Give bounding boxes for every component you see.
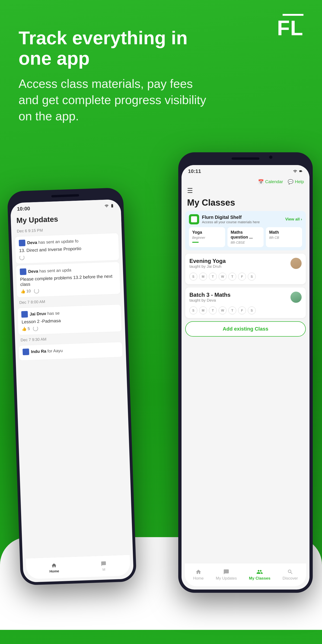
maths-day-w1: W (218, 306, 226, 314)
front-nav-home[interactable]: Home (193, 569, 204, 581)
yoga-avatar-face (290, 258, 302, 269)
maths-card-header: Batch 3 - Maths taught by Deva (190, 292, 302, 306)
shelf-icon (189, 214, 199, 224)
update-item-4: Indu Ra for Aayu (18, 342, 123, 361)
help-button[interactable]: 💬 Help (288, 179, 304, 184)
day-s2: S (248, 272, 256, 280)
hero-title: Track everything in one app (18, 28, 209, 68)
shelf-name: Flurn Digital Shelf (202, 215, 282, 220)
front-nav-updates[interactable]: My Updates (216, 569, 237, 581)
help-label: Help (295, 179, 304, 184)
back-bottom-nav: Home M (26, 554, 130, 579)
maths-avatar-face (290, 292, 302, 303)
classes-icon (256, 569, 263, 575)
day-f1: F (238, 272, 246, 280)
phones-container: 10:00 My Updates Dec 6 9:15 PM Deva has … (18, 143, 304, 630)
front-nav-classes[interactable]: My Classes (249, 569, 270, 581)
front-nav-discover[interactable]: Discover (282, 569, 298, 581)
shelf-header: Flurn Digital Shelf Access all your cour… (189, 214, 302, 224)
discover-nav-label: Discover (282, 576, 298, 581)
course-card-math2[interactable]: Math 8th CB (266, 227, 302, 247)
maths-teacher: taught by Deva (190, 298, 230, 303)
yoga-teacher-avatar (290, 258, 302, 269)
course-card-name-yoga: Yoga (192, 230, 222, 235)
update-content-1: 13. Direct and Inverse Proportio (19, 245, 115, 253)
calendar-button[interactable]: 📅 Calendar (258, 179, 283, 184)
front-phone-camera (269, 156, 272, 159)
maths-day-s2: S (248, 306, 256, 314)
update-content-3: Lesson 2 -Padmasa (22, 316, 118, 324)
course-card-yoga[interactable]: Yoga Beginner (189, 227, 225, 247)
front-status-time: 10:11 (188, 168, 201, 174)
classes-title: My Classes (182, 198, 310, 211)
update-item-1: Deva has sent an update fo 13. Direct an… (14, 233, 120, 264)
calendar-label: Calendar (265, 179, 283, 184)
update-sender-4: Indu Ra for Aayu (31, 348, 63, 354)
calendar-icon: 📅 (258, 179, 264, 184)
course-card-level-math2: 8th CB (269, 236, 299, 240)
update-likes-2: 👍10 (20, 288, 31, 294)
maths-day-t1: T (209, 306, 217, 314)
updates-icon (222, 569, 230, 575)
yoga-card-header: Evening Yoga taught by Jai Druh (190, 258, 302, 272)
logo-bar (282, 14, 304, 16)
phone-back: 10:00 My Updates Dec 6 9:15 PM Deva has … (7, 187, 136, 585)
add-existing-class-button[interactable]: Add existing Class (185, 321, 306, 336)
maths-day-t2: T (228, 306, 236, 314)
front-phone-speaker (232, 158, 260, 160)
update-likes-3: 👍5 (22, 326, 30, 331)
classes-app-header: 📅 Calendar 💬 Help ☰ (182, 176, 310, 198)
day-t2: T (228, 272, 236, 280)
back-phone-screen: 10:00 My Updates Dec 6 9:15 PM Deva has … (10, 199, 134, 582)
update-sender-1: Deva has sent an update fo (27, 238, 78, 245)
update-sender-2: Deva has sent an upda (28, 268, 72, 274)
maths-days-row: S M T W T F S (190, 306, 302, 314)
course-card-active-yoga (192, 242, 199, 243)
maths-teacher-avatar (290, 292, 302, 303)
maths-day-m1: M (199, 306, 207, 314)
update-item-2: Deva has sent an upda Please complete pr… (16, 262, 121, 298)
shelf-view-all[interactable]: View all › (285, 217, 302, 222)
refresh-icon-3 (33, 326, 38, 331)
discover-icon (286, 569, 294, 575)
refresh-icon-2 (34, 288, 39, 294)
back-nav-m[interactable]: M (100, 561, 107, 572)
update-book-icon-1 (19, 240, 26, 246)
maths-day-f1: F (238, 306, 246, 314)
hamburger-menu[interactable]: ☰ (187, 187, 304, 194)
home-nav-label: Home (193, 576, 204, 581)
digital-shelf[interactable]: Flurn Digital Shelf Access all your cour… (185, 211, 306, 250)
back-nav-home[interactable]: Home (49, 562, 59, 573)
yoga-days-row: S M T W T F S (190, 272, 302, 280)
back-status-time: 10:00 (17, 206, 30, 212)
update-item-3: Jai Druv has se Lesson 2 -Padmasa 👍5 (17, 304, 122, 335)
classes-nav-label: My Classes (249, 576, 270, 581)
class-card-yoga[interactable]: Evening Yoga taught by Jai Druh S M T W … (185, 254, 306, 284)
update-book-icon-2 (20, 268, 26, 275)
class-card-maths[interactable]: Batch 3 - Maths taught by Deva S M T W T (185, 288, 306, 318)
whatsapp-icon: 💬 (288, 179, 294, 184)
course-card-name-math2: Math (269, 230, 299, 235)
day-s1: S (190, 272, 197, 280)
day-w1: W (218, 272, 226, 280)
back-status-icons (104, 204, 114, 208)
front-bottom-nav: Home My Updates My Classes (185, 563, 306, 586)
home-icon (195, 569, 202, 575)
phone-front: 10:11 📅 Calendar 💬 (178, 152, 313, 593)
front-phone-screen: 10:11 📅 Calendar 💬 (182, 165, 310, 590)
update-sender-3: Jai Druv has se (30, 311, 60, 316)
classes-top-row: 📅 Calendar 💬 Help (187, 179, 304, 184)
maths-class-name: Batch 3 - Maths (190, 292, 230, 298)
day-m1: M (199, 272, 207, 280)
shelf-icon-inner (191, 216, 197, 222)
course-cards-row: Yoga Beginner Maths question ... 8th CBS… (189, 227, 302, 247)
course-card-name-maths: Maths question ... (231, 230, 260, 240)
back-phone-speaker (51, 194, 79, 197)
course-card-maths[interactable]: Maths question ... 8th CBSE (228, 227, 264, 247)
shelf-description: Access all your course materials here (202, 220, 282, 224)
maths-day-s1: S (190, 306, 197, 314)
logo: FL (277, 14, 304, 38)
update-content-2: Please complete problems 13.2 before the… (20, 274, 116, 287)
day-t1: T (209, 272, 217, 280)
course-card-level-yoga: Beginner (192, 236, 222, 240)
